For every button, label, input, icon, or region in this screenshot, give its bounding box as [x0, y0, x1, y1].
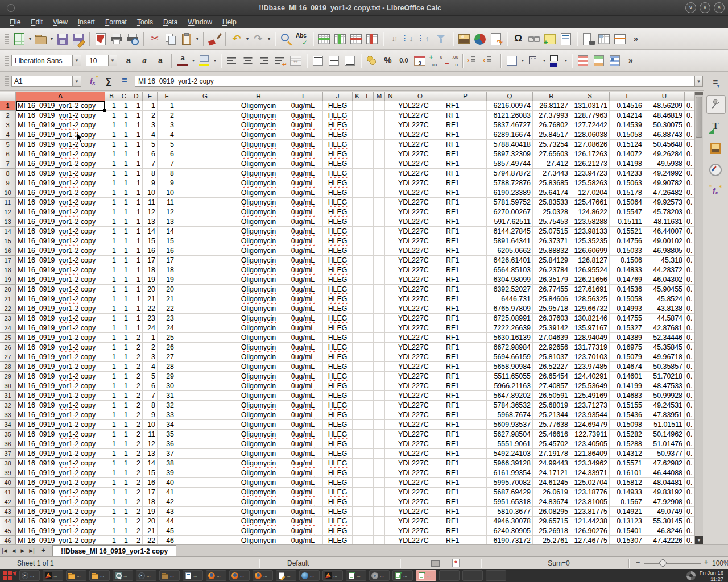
cell-K6[interactable] — [353, 149, 362, 159]
cell-V27[interactable]: 0. — [685, 352, 694, 362]
cell-C42[interactable]: 1 — [118, 497, 130, 507]
font-color-dropdown-icon[interactable]: ▾ — [191, 53, 196, 68]
cell-V41[interactable]: 0. — [685, 488, 694, 497]
cell-A44[interactable]: MI 16_0919_yor1-2 copy — [16, 517, 105, 526]
firefox-icon[interactable] — [254, 572, 262, 580]
cell-F24[interactable]: 24 — [158, 323, 176, 333]
cell-F4[interactable]: 4 — [158, 130, 176, 140]
row-header-13[interactable]: 13 — [0, 217, 16, 227]
cell-D37[interactable]: 2 — [130, 449, 143, 459]
cell-D34[interactable]: 2 — [130, 420, 143, 430]
cell-O28[interactable]: YDL227C — [396, 362, 444, 372]
cell-M5[interactable] — [374, 140, 385, 149]
wrap-text-icon[interactable]: ↵ — [272, 53, 287, 68]
screenshot-tool-icon[interactable] — [371, 572, 379, 580]
cell-D16[interactable]: 1 — [130, 246, 143, 256]
cell-U9[interactable]: 49.90782 — [644, 178, 685, 188]
cell-G3[interactable] — [176, 120, 234, 130]
cell-O33[interactable]: YDL227C — [396, 410, 444, 420]
cell-F34[interactable]: 34 — [158, 420, 176, 430]
cell-V23[interactable]: 0. — [685, 314, 694, 323]
cell-R8[interactable]: 27.3443 — [533, 169, 570, 178]
sort-descending-icon[interactable]: •••↑ — [419, 32, 433, 47]
zoom-slider[interactable] — [644, 563, 701, 564]
cell-D29[interactable]: 2 — [130, 372, 143, 381]
cell-A40[interactable]: MI 16_0919_yor1-2 copy — [16, 478, 105, 488]
cell-Q35[interactable]: 5627.98504 — [487, 430, 533, 439]
cell-A43[interactable]: MI 16_0919_yor1-2 copy — [16, 507, 105, 517]
document-modified-icon[interactable]: * — [452, 559, 460, 567]
cell-J16[interactable]: HLEG — [323, 246, 353, 256]
cell-U32[interactable]: 49.24531 — [644, 401, 685, 410]
cell-N12[interactable] — [385, 207, 396, 217]
cell-G26[interactable] — [176, 343, 234, 352]
taskbar-item-firefox[interactable]: ... — [206, 570, 226, 581]
cell-V43[interactable]: 0. — [685, 507, 694, 517]
row-header-35[interactable]: 35 — [0, 430, 16, 439]
cell-Q36[interactable]: 5551.9061 — [487, 439, 533, 449]
cell-C28[interactable]: 1 — [118, 362, 130, 372]
cell-V29[interactable]: 0. — [685, 372, 694, 381]
column-header-U[interactable]: U — [644, 92, 685, 101]
cell-F42[interactable]: 42 — [158, 497, 176, 507]
cell-C35[interactable]: 1 — [118, 430, 130, 439]
cell-A14[interactable]: MI 16_0919_yor1-2 copy — [16, 227, 105, 236]
cell-Q46[interactable]: 6190.73172 — [487, 536, 533, 544]
sidebar-tab-sidebar-settings[interactable]: ≡▼ — [707, 74, 725, 91]
cell-D24[interactable]: 1 — [130, 323, 143, 333]
cell-F20[interactable]: 20 — [158, 285, 176, 294]
cell-Q12[interactable]: 6270.00267 — [487, 207, 533, 217]
taskbar-item-matlab[interactable]: ... — [43, 570, 63, 581]
toolbar-grip[interactable] — [5, 33, 9, 45]
cell-B2[interactable]: 1 — [105, 111, 118, 120]
cell-H20[interactable]: Oligomycin — [234, 285, 283, 294]
cell-T34[interactable]: 0.15098 — [610, 420, 644, 430]
cell-U36[interactable]: 51.01476 — [644, 439, 685, 449]
borders-icon[interactable] — [504, 53, 519, 68]
cell-U35[interactable]: 50.14962 — [644, 430, 685, 439]
cell-Q13[interactable]: 5917.62511 — [487, 217, 533, 227]
cell-U31[interactable]: 50.99928 — [644, 391, 685, 401]
cell-P38[interactable]: RF1 — [444, 459, 487, 468]
close-button[interactable]: × — [714, 2, 725, 13]
cell-C7[interactable]: 1 — [118, 159, 130, 169]
cell-H40[interactable]: Oligomycin — [234, 478, 283, 488]
special-character-icon[interactable]: Ω — [511, 32, 526, 47]
cell-Q10[interactable]: 6190.23389 — [487, 188, 533, 198]
cell-A20[interactable]: MI 16_0919_yor1-2 copy — [16, 285, 105, 294]
equals-icon[interactable]: = — [118, 74, 131, 88]
cell-I10[interactable]: 0ug/mL — [283, 188, 323, 198]
cell-H46[interactable]: Oligomycin — [234, 536, 283, 544]
cell-A28[interactable]: MI 16_0919_yor1-2 copy — [16, 362, 105, 372]
cell-H25[interactable]: Oligomycin — [234, 333, 283, 343]
format-number-icon[interactable]: 0.0 — [396, 53, 411, 68]
cell-C3[interactable]: 1 — [118, 120, 130, 130]
cell-M22[interactable] — [374, 304, 385, 314]
cell-P37[interactable]: RF1 — [444, 449, 487, 459]
cell-H18[interactable]: Oligomycin — [234, 265, 283, 275]
cell-O20[interactable]: YDL227C — [396, 285, 444, 294]
cell-G11[interactable] — [176, 198, 234, 207]
cell-L28[interactable] — [362, 362, 374, 372]
cell-A30[interactable]: MI 16_0919_yor1-2 copy — [16, 381, 105, 391]
cell-O35[interactable]: YDL227C — [396, 430, 444, 439]
cell-Q18[interactable]: 6564.85103 — [487, 265, 533, 275]
cell-A32[interactable]: MI 16_0919_yor1-2 copy — [16, 401, 105, 410]
cell-D11[interactable]: 1 — [130, 198, 143, 207]
cell-T18[interactable]: 0.14833 — [610, 265, 644, 275]
cell-V40[interactable]: 0. — [685, 478, 694, 488]
cell-M30[interactable] — [374, 381, 385, 391]
cell-O14[interactable]: YDL227C — [396, 227, 444, 236]
cell-P43[interactable]: RF1 — [444, 507, 487, 517]
cell-I20[interactable]: 0ug/mL — [283, 285, 323, 294]
cell-C19[interactable]: 1 — [118, 275, 130, 285]
cell-O16[interactable]: YDL227C — [396, 246, 444, 256]
sum-icon[interactable]: ∑ — [102, 74, 115, 88]
cell-N16[interactable] — [385, 246, 396, 256]
cell-R36[interactable]: 25.45702 — [533, 439, 570, 449]
last-sheet-icon[interactable]: ▶| — [27, 545, 36, 556]
add-decimal-icon[interactable]: +0.00 — [428, 53, 443, 68]
row-header-28[interactable]: 28 — [0, 362, 16, 372]
cell-D28[interactable]: 2 — [130, 362, 143, 372]
cell-M20[interactable] — [374, 285, 385, 294]
